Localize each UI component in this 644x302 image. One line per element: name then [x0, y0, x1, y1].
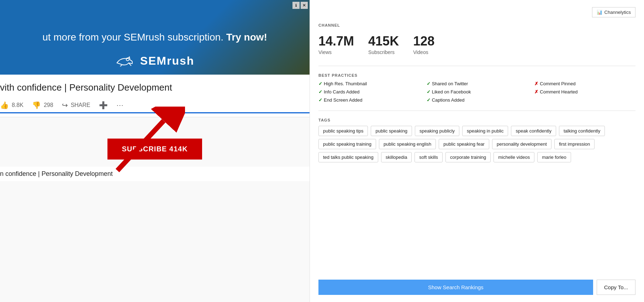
- tag-pill[interactable]: michelle videos: [493, 152, 534, 162]
- practice-label-4: Info Cards Added: [324, 89, 359, 95]
- best-practices-label: BEST PRACTICES: [318, 73, 635, 77]
- tags-section-label: TAGS: [318, 118, 635, 122]
- tags-grid: public speaking tipspublic speakingspeak…: [318, 126, 635, 162]
- tag-pill[interactable]: personality development: [492, 139, 551, 149]
- like-icon: 👍: [0, 101, 9, 109]
- right-panel: 📊 Channelytics CHANNEL 14.7M Views 415K …: [310, 0, 644, 302]
- subscribers-stat: 415K Subscribers: [368, 34, 399, 55]
- add-icon: ➕: [99, 101, 108, 109]
- tag-pill[interactable]: corporate training: [445, 152, 491, 162]
- divider-2: [318, 110, 635, 111]
- practice-label-1: High Res. Thumbnail: [324, 81, 367, 86]
- practice-high-res: ✓ High Res. Thumbnail: [318, 80, 419, 87]
- practice-facebook: ✓ Liked on Facebook: [427, 88, 528, 95]
- practice-label-5: Liked on Facebook: [432, 89, 471, 95]
- tag-pill[interactable]: ted talks public speaking: [318, 152, 378, 162]
- cross-icon-2: ✗: [534, 89, 538, 95]
- channelytics-button[interactable]: 📊 Channelytics: [592, 7, 635, 17]
- show-rankings-button[interactable]: Show Search Rankings: [318, 280, 593, 295]
- more-action[interactable]: ⋯: [116, 101, 123, 109]
- tag-pill[interactable]: talking confidently: [559, 126, 605, 136]
- tag-pill[interactable]: skillopedia: [381, 152, 412, 162]
- video-actions-bar: 👍 8.8K 👎 298 ↪ SHARE ➕ ⋯: [0, 98, 310, 113]
- like-action[interactable]: 👍 8.8K: [0, 101, 23, 109]
- tag-pill[interactable]: public speaking tips: [318, 126, 368, 136]
- tag-pill[interactable]: first impression: [554, 139, 595, 149]
- dislike-icon: 👎: [32, 101, 41, 109]
- practice-comment-hearted: ✗ Comment Hearted: [534, 88, 635, 95]
- share-action[interactable]: ↪ SHARE: [62, 101, 90, 109]
- practice-comment-pinned: ✗ Comment Pinned: [534, 80, 635, 87]
- best-practices-grid: ✓ High Res. Thumbnail ✓ Shared on Twitte…: [318, 80, 635, 103]
- practice-label-3: Comment Pinned: [540, 81, 575, 86]
- check-icon-4: ✓: [427, 89, 431, 95]
- tag-pill[interactable]: public speaking fear: [439, 139, 489, 149]
- tag-pill[interactable]: public speaking: [371, 126, 412, 136]
- tag-pill[interactable]: soft skills: [415, 152, 443, 162]
- practice-label-8: Captions Added: [432, 97, 465, 103]
- videos-label: Videos: [413, 49, 428, 55]
- ad-text-bold: Try now!: [226, 32, 267, 43]
- views-label: Views: [318, 49, 332, 55]
- tag-pill[interactable]: speaking publicly: [415, 126, 459, 136]
- videos-value: 128: [413, 34, 434, 49]
- tag-pill[interactable]: public speaking english: [379, 139, 436, 149]
- video-title-area: vith confidence | Personality Developmen…: [0, 75, 310, 117]
- videos-stat: 128 Videos: [413, 34, 434, 55]
- practice-label-2: Shared on Twitter: [432, 81, 468, 86]
- practice-info-cards: ✓ Info Cards Added: [318, 88, 419, 95]
- video-description: n confidence | Personality Development: [0, 167, 310, 181]
- subscribers-value: 415K: [368, 34, 399, 49]
- add-action[interactable]: ➕: [99, 101, 108, 109]
- ad-text: ut more from your SEMrush subscription. …: [42, 32, 267, 43]
- subscribe-button[interactable]: SUBSCRIBE 414K: [107, 139, 202, 160]
- check-icon-5: ✓: [318, 97, 322, 103]
- ad-text-normal: ut more from your SEMrush subscription.: [42, 32, 223, 43]
- ad-banner: ℹ ✕ ut more from your SEMrush subscripti…: [0, 0, 310, 75]
- more-icon: ⋯: [116, 101, 123, 109]
- left-panel: ℹ ✕ ut more from your SEMrush subscripti…: [0, 0, 310, 302]
- tags-section: TAGS public speaking tipspublic speaking…: [318, 118, 635, 162]
- views-value: 14.7M: [318, 34, 354, 49]
- practice-end-screen: ✓ End Screen Added: [318, 97, 419, 103]
- tag-pill[interactable]: speak confidently: [511, 126, 556, 136]
- views-stat: 14.7M Views: [318, 34, 354, 55]
- channelytics-header: 📊 Channelytics: [318, 7, 635, 17]
- channelytics-label: Channelytics: [605, 10, 631, 15]
- dislike-count: 298: [44, 102, 53, 108]
- check-icon-1: ✓: [318, 81, 322, 86]
- ad-info-button[interactable]: ℹ: [292, 2, 300, 9]
- bottom-buttons: Show Search Rankings Copy To...: [318, 276, 635, 295]
- subscribers-label: Subscribers: [368, 49, 395, 55]
- best-practices-section: BEST PRACTICES ✓ High Res. Thumbnail ✓ S…: [318, 73, 635, 103]
- semrush-rocket-icon: [115, 56, 137, 66]
- cross-icon-1: ✗: [534, 81, 538, 86]
- check-icon-3: ✓: [318, 89, 322, 95]
- copy-to-button[interactable]: Copy To...: [597, 280, 635, 295]
- bar-chart-icon: 📊: [597, 10, 602, 15]
- semrush-logo: SEMrush: [115, 54, 195, 68]
- channel-section: CHANNEL 14.7M Views 415K Subscribers 128…: [318, 23, 635, 59]
- share-icon: ↪: [62, 101, 68, 109]
- share-label: SHARE: [71, 102, 90, 108]
- dislike-action[interactable]: 👎 298: [32, 101, 53, 109]
- practice-label-7: End Screen Added: [324, 97, 362, 103]
- ad-close-button[interactable]: ✕: [301, 2, 308, 9]
- like-count: 8.8K: [12, 102, 23, 108]
- tag-pill[interactable]: public speaking training: [318, 139, 376, 149]
- channel-section-label: CHANNEL: [318, 23, 635, 27]
- divider-1: [318, 66, 635, 66]
- subscribe-area: SUBSCRIBE 414K: [0, 117, 310, 167]
- check-icon-2: ✓: [427, 81, 431, 86]
- video-title: vith confidence | Personality Developmen…: [0, 82, 310, 98]
- practice-label-6: Comment Hearted: [540, 89, 577, 95]
- channel-stats: 14.7M Views 415K Subscribers 128 Videos: [318, 30, 635, 59]
- tag-pill[interactable]: speaking in public: [462, 126, 508, 136]
- tag-pill[interactable]: marie forleo: [537, 152, 571, 162]
- check-icon-6: ✓: [427, 97, 431, 103]
- practice-twitter: ✓ Shared on Twitter: [427, 80, 528, 87]
- semrush-logo-text: SEMrush: [140, 54, 195, 68]
- practice-captions: ✓ Captions Added: [427, 97, 528, 103]
